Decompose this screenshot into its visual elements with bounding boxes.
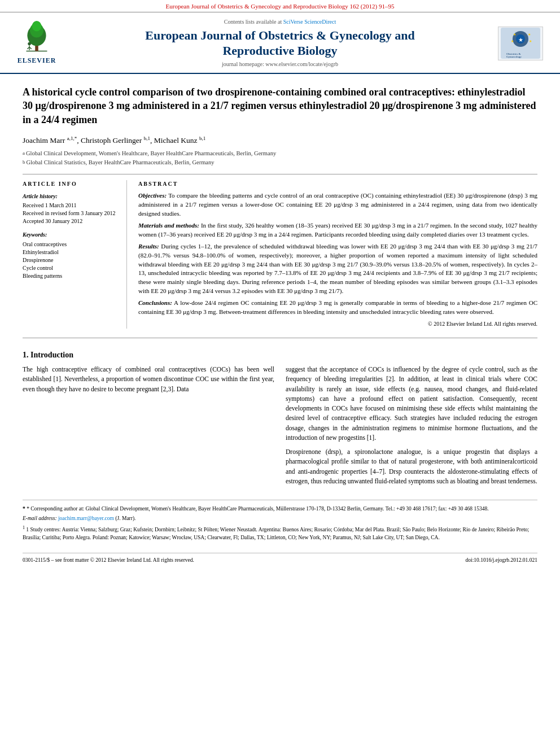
revised-date: Received in revised form 3 January 2012 [23, 209, 119, 217]
keywords-label: Keywords: [23, 231, 119, 239]
abstract-objectives: Objectives: To compare the bleeding patt… [138, 191, 537, 219]
affiliation-a-text: Global Clinical Development, Women's Hea… [26, 149, 276, 158]
abstract-conclusions: Conclusions: A low-dose 24/4 regimen OC … [138, 299, 537, 317]
star-note-text: * Corresponding author at: Global Clinic… [27, 506, 488, 512]
journal-logo: ★ ★ ★ ★ ★ Obstetrics & Gynaecology [498, 27, 543, 60]
conclusions-label: Conclusions: [138, 299, 172, 306]
homepage-label: journal homepage: [222, 61, 264, 67]
intro-right-p1: suggest that the acceptance of COCs is i… [286, 365, 537, 443]
received-date: Received 1 March 2011 [23, 202, 119, 209]
journal-header: ELSEVIER Contents lists available at Sci… [0, 12, 560, 74]
intro-two-col: The high contraceptive efficacy of combi… [23, 365, 537, 491]
article-info-col: ARTICLE INFO Article history: Received 1… [23, 180, 127, 329]
journal-homepage: journal homepage: www.elsevier.com/locat… [62, 60, 498, 68]
intro-left-col: The high contraceptive efficacy of combi… [23, 365, 274, 491]
homepage-url: www.elsevier.com/locate/ejogrb [265, 61, 338, 67]
article-info-heading: ARTICLE INFO [23, 180, 119, 188]
author-names: Joachim Marr a,1,*, Christoph Gerlinger … [23, 136, 205, 145]
sciverse-link[interactable]: SciVerse ScienceDirect [283, 19, 336, 25]
affiliation-b-sup: b [23, 159, 25, 167]
keyword-5: Bleeding patterns [23, 272, 119, 280]
affiliation-b-text: Global Clinical Statistics, Bayer Health… [27, 158, 215, 167]
svg-point-4 [32, 21, 42, 31]
keyword-2: Ethinylestradiol [23, 248, 119, 256]
affiliations: a Global Clinical Development, Women's H… [23, 149, 537, 167]
footnotes-area: * * Corresponding author at: Global Clin… [23, 500, 537, 541]
keyword-1: Oral contraceptives [23, 241, 119, 248]
introduction-section: 1. Introduction The high contraceptive e… [23, 350, 537, 491]
journal-title: European Journal of Obstetrics & Gynecol… [62, 28, 498, 58]
intro-title: 1. Introduction [23, 350, 537, 361]
abstract-text: Objectives: To compare the bleeding patt… [138, 191, 537, 329]
objectives-text: To compare the bleeding patterns and cyc… [138, 192, 537, 217]
issn-text: 0301-2115/$ – see front matter © 2012 El… [23, 557, 194, 564]
affiliation-a: a Global Clinical Development, Women's H… [23, 149, 537, 158]
affiliation-b: b Global Clinical Statistics, Bayer Heal… [23, 158, 537, 167]
email-suffix: (J. Marr). [115, 516, 135, 521]
bottom-bar: 0301-2115/$ – see front matter © 2012 El… [23, 553, 537, 564]
number1-note-text: 1 Study centres: Austria: Vienna; Salzbu… [23, 527, 529, 540]
journal-logo-icon: ★ ★ ★ ★ ★ Obstetrics & Gynaecology [501, 28, 540, 59]
journal-title-line2: Reproductive Biology [222, 43, 337, 58]
star-footnote: * * Corresponding author at: Global Clin… [23, 505, 537, 513]
svg-text:Gynaecology: Gynaecology [506, 55, 522, 58]
affiliation-a-sup: a [23, 150, 25, 158]
elsevier-tree-icon [20, 21, 54, 55]
svg-text:★: ★ [511, 40, 514, 43]
top-bar: European Journal of Obstetrics & Gynecol… [0, 0, 560, 12]
sciverse-line: Contents lists available at SciVerse Sci… [62, 18, 498, 26]
keyword-3: Drospirenone [23, 256, 119, 264]
objectives-label: Objectives: [138, 192, 167, 199]
intro-right-p2: Drospirenone (drsp), a spironolactone an… [286, 447, 537, 486]
conclusions-text: A low-dose 24/4 regimen OC containing EE… [138, 299, 537, 315]
intro-heading: Introduction [30, 351, 73, 359]
journal-title-line1: European Journal of Obstetrics & Gynecol… [145, 28, 415, 42]
journal-logo-area: ★ ★ ★ ★ ★ Obstetrics & Gynaecology [498, 27, 549, 60]
number1-footnote: 1 1 Study centres: Austria: Vienna; Salz… [23, 525, 537, 542]
rule-2 [23, 338, 537, 338]
article-title: A historical cycle control comparison of… [23, 85, 537, 126]
abstract-col: ABSTRACT Objectives: To compare the blee… [138, 180, 537, 329]
doi-text: doi:10.1016/j.ejogrb.2012.01.021 [466, 557, 537, 564]
abstract-copyright: © 2012 Elsevier Ireland Ltd. All rights … [138, 320, 537, 329]
rule-1 [23, 174, 537, 174]
svg-text:★: ★ [518, 37, 523, 43]
sciverse-prefix: Contents lists available at [224, 19, 282, 25]
main-content: A historical cycle control comparison of… [0, 74, 560, 576]
svg-text:★: ★ [529, 40, 532, 43]
top-bar-text: European Journal of Obstetrics & Gynecol… [166, 3, 395, 10]
elsevier-logo: ELSEVIER [11, 21, 62, 65]
svg-text:★: ★ [513, 33, 516, 36]
intro-number: 1. [23, 351, 29, 359]
svg-text:★: ★ [528, 33, 531, 36]
intro-right-col: suggest that the acceptance of COCs is i… [286, 365, 537, 491]
abstract-heading: ABSTRACT [138, 180, 537, 188]
footnotes: * * Corresponding author at: Global Clin… [23, 505, 537, 541]
results-text: During cycles 1–12, the prevalence of sc… [138, 243, 537, 295]
elsevier-wordmark: ELSEVIER [18, 56, 56, 65]
email-footnote: E-mail address: joachim.marr@bayer.com (… [23, 514, 537, 522]
authors: Joachim Marr a,1,*, Christoph Gerlinger … [23, 134, 537, 146]
abstract-results: Results: During cycles 1–12, the prevale… [138, 242, 537, 296]
info-abstract-section: ARTICLE INFO Article history: Received 1… [23, 180, 537, 329]
svg-point-5 [28, 42, 31, 46]
elsevier-logo-area: ELSEVIER [11, 21, 62, 65]
accepted-date: Accepted 30 January 2012 [23, 217, 119, 225]
intro-paragraph-1: The high contraceptive efficacy of combi… [23, 365, 274, 394]
history-label: Article history: [23, 193, 119, 200]
journal-title-area: Contents lists available at SciVerse Sci… [62, 18, 498, 68]
results-label: Results: [138, 243, 159, 250]
email-label: E-mail address: [23, 516, 57, 521]
abstract-methods: Materials and methods: In the first stud… [138, 221, 537, 239]
methods-label: Materials and methods: [138, 222, 199, 229]
keyword-4: Cycle control [23, 264, 119, 272]
email-address: joachim.marr@bayer.com [58, 516, 114, 521]
